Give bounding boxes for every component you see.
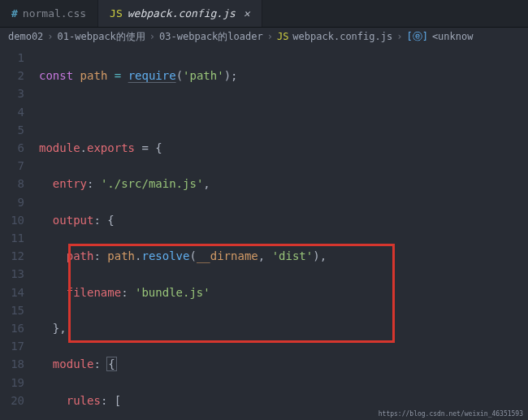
line-number: 12 bbox=[0, 247, 24, 265]
line-number: 14 bbox=[0, 284, 24, 301]
css-file-icon: # bbox=[11, 7, 18, 19]
line-number: 6 bbox=[0, 139, 24, 157]
line-number: 13 bbox=[0, 265, 24, 283]
code-line bbox=[39, 103, 528, 121]
breadcrumb[interactable]: demo02 › 01-webpack的使用 › 03-webpack的load… bbox=[0, 28, 528, 45]
chevron-right-icon: › bbox=[396, 31, 402, 42]
tab-webpack-config[interactable]: JS webpack.config.js ✕ bbox=[98, 0, 262, 27]
watermark: https://blog.csdn.net/weixin_46351593 bbox=[0, 410, 528, 420]
breadcrumb-seg[interactable]: <unknow bbox=[432, 31, 474, 42]
code-line: }, bbox=[39, 319, 528, 337]
code-line: filename: 'bundle.js' bbox=[39, 284, 528, 301]
line-number: 11 bbox=[0, 229, 24, 247]
breadcrumb-seg[interactable]: 01-webpack的使用 bbox=[58, 30, 145, 44]
js-file-icon: JS bbox=[110, 7, 123, 19]
symbol-icon: [ⓔ] bbox=[406, 30, 427, 44]
code-line: const path = require('path'); bbox=[39, 67, 528, 84]
line-gutter: 1 2 3 4 5 6 7 8 9 10 11 12 13 14 15 16 1… bbox=[0, 45, 34, 410]
line-number: 20 bbox=[0, 392, 24, 409]
code-line: path: path.resolve(__dirname, 'dist'), bbox=[39, 247, 528, 265]
code-line: module.exports = { bbox=[39, 139, 528, 157]
line-number: 5 bbox=[0, 121, 24, 139]
code-line: output: { bbox=[39, 211, 528, 229]
line-number: 15 bbox=[0, 301, 24, 319]
chevron-right-icon: › bbox=[267, 31, 273, 42]
js-file-icon: JS bbox=[277, 31, 288, 42]
tab-label: normal.css bbox=[23, 7, 86, 19]
line-number: 4 bbox=[0, 103, 24, 121]
line-number: 8 bbox=[0, 175, 24, 193]
code-area[interactable]: const path = require('path'); module.exp… bbox=[34, 45, 528, 410]
code-editor[interactable]: 1 2 3 4 5 6 7 8 9 10 11 12 13 14 15 16 1… bbox=[0, 45, 528, 410]
line-number: 17 bbox=[0, 337, 24, 355]
code-line: module: { bbox=[39, 355, 528, 373]
line-number: 16 bbox=[0, 319, 24, 337]
chevron-right-icon: › bbox=[149, 31, 155, 42]
breadcrumb-seg[interactable]: 03-webpack的loader bbox=[159, 30, 263, 44]
code-line: entry: './src/main.js', bbox=[39, 175, 528, 193]
close-icon[interactable]: ✕ bbox=[244, 7, 250, 19]
line-number: 1 bbox=[0, 49, 24, 67]
code-line: rules: [ bbox=[39, 392, 528, 409]
tab-bar: # normal.css JS webpack.config.js ✕ bbox=[0, 0, 528, 28]
chevron-right-icon: › bbox=[47, 31, 53, 42]
line-number: 19 bbox=[0, 374, 24, 392]
line-number: 2 bbox=[0, 67, 24, 84]
line-number: 18 bbox=[0, 355, 24, 373]
line-number: 7 bbox=[0, 157, 24, 175]
tab-normal-css[interactable]: # normal.css bbox=[0, 0, 98, 27]
line-number: 3 bbox=[0, 84, 24, 102]
breadcrumb-seg[interactable]: demo02 bbox=[8, 31, 43, 42]
line-number: 10 bbox=[0, 211, 24, 229]
tab-label: webpack.config.js bbox=[128, 7, 236, 19]
line-number: 9 bbox=[0, 193, 24, 211]
breadcrumb-seg[interactable]: webpack.config.js bbox=[292, 31, 392, 42]
